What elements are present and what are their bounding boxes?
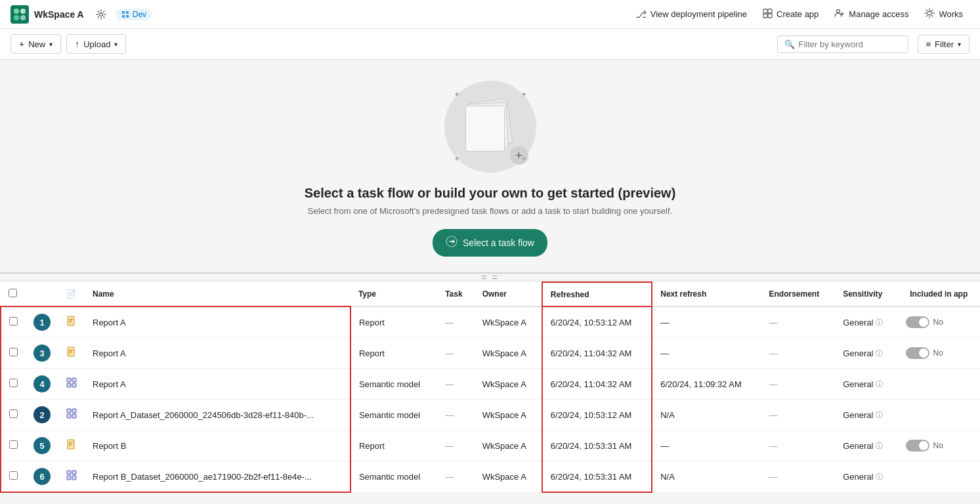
svg-rect-33 <box>67 471 71 474</box>
table-row[interactable]: 4 Report A Semantic model — WkSpace A 6/… <box>1 369 980 400</box>
row-next-refresh-cell: 6/20/24, 11:09:32 AM <box>652 369 761 400</box>
included-toggle-label: No <box>933 441 943 450</box>
works-btn[interactable]: Works <box>918 4 969 24</box>
row-checkbox[interactable] <box>9 317 18 326</box>
table-row[interactable]: 2 Report A_Dataset_2060000_224506db-3d28… <box>1 400 980 430</box>
row-endorsement-cell: — <box>761 369 836 400</box>
svg-rect-34 <box>72 471 76 474</box>
row-endorsement-cell: — <box>761 400 836 430</box>
row-badge-cell: 6 <box>26 461 58 493</box>
select-all-checkbox[interactable] <box>9 289 17 297</box>
row-task-cell: — <box>437 430 474 461</box>
row-included-cell: No <box>898 306 980 338</box>
hero-subtitle: Select from one of Microsoft's predesign… <box>308 206 672 216</box>
col-name-header: Name <box>85 282 351 306</box>
filter-input[interactable] <box>799 39 891 49</box>
row-icon-cell <box>58 338 85 369</box>
col-next-refresh-header: Next refresh <box>652 282 761 306</box>
table-row[interactable]: 5 Report B Report — WkSpace A 6/20/24, 1… <box>1 430 980 461</box>
sensitivity-label: General <box>843 441 873 451</box>
row-icon-cell <box>58 306 85 338</box>
svg-point-3 <box>14 15 19 20</box>
create-app-btn[interactable]: Create app <box>756 5 825 24</box>
sensitivity-info-icon[interactable]: ⓘ <box>876 472 883 482</box>
row-sensitivity-cell: General ⓘ <box>835 338 897 369</box>
row-badge-cell: 2 <box>26 400 58 430</box>
filter-button[interactable]: ≡ Filter ▾ <box>918 35 969 54</box>
paper-front <box>465 106 505 152</box>
sensitivity-info-icon[interactable]: ⓘ <box>876 410 883 420</box>
svg-point-2 <box>20 9 26 14</box>
table-row[interactable]: 1 Report A Report — WkSpace A 6/20/24, 1… <box>1 306 980 338</box>
upload-label: Upload <box>83 39 110 49</box>
resize-handle[interactable]: = = <box>0 274 980 282</box>
included-toggle[interactable] <box>906 440 929 452</box>
row-refreshed-cell: 6/20/24, 10:53:12 AM <box>542 400 652 430</box>
row-badge: 6 <box>33 468 51 485</box>
manage-access-btn[interactable]: Manage access <box>828 4 915 24</box>
svg-rect-28 <box>72 414 76 418</box>
environment-badge[interactable]: Dev <box>116 9 152 20</box>
row-task-cell: — <box>437 461 474 493</box>
manage-access-icon <box>834 8 845 20</box>
row-task-cell: — <box>437 369 474 400</box>
row-checkbox-cell <box>1 338 26 369</box>
select-task-flow-button[interactable]: Select a task flow <box>433 229 547 257</box>
row-icon-cell <box>58 369 85 400</box>
svg-rect-0 <box>11 5 29 24</box>
svg-point-4 <box>20 15 26 20</box>
included-toggle[interactable] <box>906 316 929 328</box>
row-included-cell: No <box>898 338 980 369</box>
report-icon <box>66 348 77 359</box>
create-app-icon <box>763 9 773 20</box>
svg-point-11 <box>927 11 931 15</box>
row-name-cell: Report A <box>85 338 351 369</box>
row-checkbox[interactable] <box>9 471 18 480</box>
col-checkbox <box>1 282 26 306</box>
row-checkbox[interactable] <box>9 379 18 387</box>
sensitivity-info-icon[interactable]: ⓘ <box>876 379 883 389</box>
table-row[interactable]: 3 Report A Report — WkSpace A 6/20/24, 1… <box>1 338 980 369</box>
sensitivity-label: General <box>843 410 873 420</box>
sensitivity-info-icon[interactable]: ⓘ <box>876 348 883 358</box>
row-next-refresh-cell: N/A <box>652 461 761 493</box>
row-checkbox-cell <box>1 461 26 493</box>
row-checkbox[interactable] <box>9 410 18 418</box>
col-type-icon: 📄 <box>58 282 85 306</box>
table-row[interactable]: 6 Report B_Dataset_2060000_ae171900-2b2f… <box>1 461 980 493</box>
semantic-model-icon <box>66 410 77 421</box>
row-included-cell <box>898 400 980 430</box>
sensitivity-info-icon[interactable]: ⓘ <box>876 318 883 327</box>
search-icon: 🔍 <box>784 39 795 49</box>
svg-rect-30 <box>69 442 73 444</box>
row-sensitivity-cell: General ⓘ <box>835 430 897 461</box>
row-refreshed-cell: 6/20/24, 11:04:32 AM <box>542 369 652 400</box>
row-checkbox[interactable] <box>9 348 18 356</box>
view-deployment-btn[interactable]: ⎇ View deployment pipeline <box>629 5 754 24</box>
col-owner-header: Owner <box>475 282 542 306</box>
row-icon-cell <box>58 461 85 493</box>
hero-illustration: + ✦ ✦ ✦ ✦ <box>444 81 536 173</box>
row-next-refresh-cell: — <box>652 338 761 369</box>
file-icon: 📄 <box>66 289 76 299</box>
workspace-settings-icon[interactable] <box>92 5 110 24</box>
svg-rect-32 <box>69 446 71 446</box>
sparkle-tr-icon: ✦ <box>521 90 527 99</box>
row-type-cell: Semantic model <box>351 461 437 493</box>
filter-input-wrap[interactable]: 🔍 <box>777 35 908 53</box>
row-checkbox-cell <box>1 400 26 430</box>
sensitivity-info-icon[interactable]: ⓘ <box>876 441 883 451</box>
row-checkbox[interactable] <box>9 440 18 449</box>
svg-rect-8 <box>763 14 767 18</box>
new-button[interactable]: + New ▾ <box>11 34 61 54</box>
semantic-model-icon <box>66 379 77 390</box>
create-app-label: Create app <box>777 9 819 19</box>
included-toggle[interactable] <box>906 347 929 359</box>
item-name: Report A_Dataset_2060000_224506db-3d28-e… <box>93 410 314 420</box>
top-nav-actions: ⎇ View deployment pipeline Create app <box>629 4 969 24</box>
row-next-refresh-cell: N/A <box>652 400 761 430</box>
row-endorsement-cell: — <box>761 306 836 338</box>
col-type-header: Type <box>351 282 437 306</box>
row-name-cell: Report A <box>85 306 351 338</box>
upload-button[interactable]: ↑ Upload ▾ <box>66 34 126 54</box>
